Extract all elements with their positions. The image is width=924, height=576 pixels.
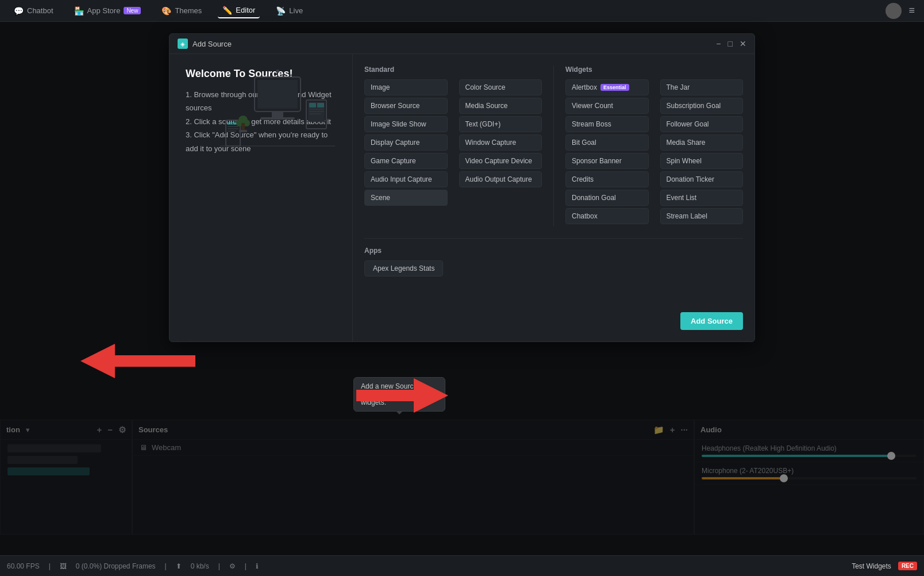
themes-icon: 🎨 <box>161 6 171 16</box>
svg-rect-15 <box>309 111 324 112</box>
maximize-button[interactable]: □ <box>728 39 733 48</box>
nav-right: ≡ <box>886 3 915 19</box>
source-credits[interactable]: Credits <box>565 171 649 187</box>
separator-4: | <box>245 562 247 570</box>
appstore-icon: 🏪 <box>74 6 84 16</box>
source-sponsor-banner[interactable]: Sponsor Banner <box>565 153 649 169</box>
nav-themes[interactable]: 🎨 Themes <box>157 4 206 18</box>
alertbox-row: Alertbox Essential <box>572 83 642 91</box>
source-media[interactable]: Media Source <box>459 98 542 114</box>
source-subscription-goal[interactable]: Subscription Goal <box>660 98 744 114</box>
status-right: Test Widgets REC <box>852 562 917 570</box>
svg-rect-1 <box>257 80 298 109</box>
source-alertbox[interactable]: Alertbox Essential <box>565 79 649 95</box>
source-audio-output[interactable]: Audio Output Capture <box>459 171 542 187</box>
source-spin-wheel[interactable]: Spin Wheel <box>660 153 744 169</box>
source-follower-goal[interactable]: Follower Goal <box>660 116 744 132</box>
welcome-illustration <box>220 66 335 158</box>
info-icon[interactable]: ℹ <box>256 562 259 570</box>
separator-1: | <box>49 562 51 570</box>
minimize-button[interactable]: − <box>716 39 721 48</box>
source-slideshow[interactable]: Image Slide Show <box>364 116 448 132</box>
svg-rect-8 <box>228 128 238 129</box>
source-viewer-count[interactable]: Viewer Count <box>565 98 649 114</box>
svg-rect-3 <box>272 112 283 117</box>
source-window[interactable]: Window Capture <box>459 135 542 151</box>
live-icon: 📡 <box>276 6 286 16</box>
modal-icon-glyph: ◈ <box>180 41 185 47</box>
source-donation-ticker[interactable]: Donation Ticker <box>660 171 744 187</box>
source-event-list[interactable]: Event List <box>660 190 744 206</box>
svg-rect-14 <box>309 109 324 110</box>
source-scene[interactable]: Scene <box>364 190 448 206</box>
source-apex-legends[interactable]: Apex Legends Stats <box>364 260 443 277</box>
sources-columns: Standard Image Browser Source Image Slid… <box>364 66 743 226</box>
separator-3: | <box>218 562 220 570</box>
rec-badge: REC <box>898 562 917 570</box>
chatbot-icon: 💬 <box>14 6 24 16</box>
standard-title: Standard <box>364 66 448 74</box>
source-color[interactable]: Color Source <box>459 79 542 95</box>
apps-divider <box>364 238 743 239</box>
svg-rect-16 <box>309 113 321 114</box>
nav-live-label: Live <box>289 6 303 15</box>
source-stream-label[interactable]: Stream Label <box>660 208 744 224</box>
source-image[interactable]: Image <box>364 79 448 95</box>
apps-title: Apps <box>364 247 743 255</box>
svg-rect-13 <box>317 103 324 107</box>
modal-title-icon: ◈ <box>178 39 188 49</box>
source-bit-goal[interactable]: Bit Goal <box>565 135 649 151</box>
add-source-button[interactable]: Add Source <box>680 312 743 330</box>
frame-icon: 🖼 <box>60 562 67 570</box>
bandwidth-display: 0 kb/s <box>191 562 209 570</box>
source-browser[interactable]: Browser Source <box>364 98 448 114</box>
tooltip-bubble: Add a new Source to your Scene. Includes… <box>353 377 445 412</box>
nav-editor[interactable]: ✏️ Editor <box>218 3 260 18</box>
widgets-col1: Widgets Alertbox Essential Viewer Count … <box>565 66 649 226</box>
svg-point-2 <box>276 70 279 73</box>
svg-rect-4 <box>260 117 295 120</box>
top-nav: 💬 Chatbot 🏪 App Store New 🎨 Themes ✏️ Ed… <box>0 0 924 22</box>
svg-rect-21 <box>241 123 245 130</box>
source-the-jar[interactable]: The Jar <box>660 79 744 95</box>
close-button[interactable]: ✕ <box>740 39 746 48</box>
standard-col2: . Color Source Media Source Text (GDI+) … <box>459 66 542 226</box>
nav-editor-label: Editor <box>236 6 255 14</box>
source-media-share[interactable]: Media Share <box>660 135 744 151</box>
tooltip-text: Add a new Source to your Scene. Includes… <box>361 382 425 406</box>
test-widgets-button[interactable]: Test Widgets <box>852 562 891 570</box>
source-game[interactable]: Game Capture <box>364 153 448 169</box>
source-display[interactable]: Display Capture <box>364 135 448 151</box>
source-chatbox[interactable]: Chatbox <box>565 208 649 224</box>
source-stream-boss[interactable]: Stream Boss <box>565 116 649 132</box>
source-text[interactable]: Text (GDI+) <box>459 116 542 132</box>
modal-body: Welcome To Sources! 1. Browse through ou… <box>170 54 754 341</box>
apps-list: Apex Legends Stats <box>364 260 743 279</box>
status-bar: 60.00 FPS | 🖼 0 (0.0%) Dropped Frames | … <box>0 555 924 576</box>
nav-chatbot-label: Chatbot <box>27 6 53 15</box>
settings-icon[interactable]: ⚙ <box>229 562 236 570</box>
menu-bars-icon[interactable]: ≡ <box>908 5 915 17</box>
dropped-frames: 0 (0.0%) Dropped Frames <box>76 562 156 570</box>
nav-chatbot[interactable]: 💬 Chatbot <box>9 4 58 18</box>
essential-badge: Essential <box>600 84 629 91</box>
nav-live[interactable]: 📡 Live <box>271 4 307 18</box>
modal-title: Add Source <box>192 40 232 48</box>
nav-themes-label: Themes <box>175 6 202 15</box>
standard-col: Standard Image Browser Source Image Slid… <box>364 66 448 226</box>
editor-icon: ✏️ <box>222 6 232 15</box>
separator-2: | <box>165 562 167 570</box>
source-video-capture[interactable]: Video Capture Device <box>459 153 542 169</box>
main-area: tion ▼ + − ⚙ Sources 📁 + <box>0 22 924 555</box>
upload-icon: ⬆ <box>176 562 182 570</box>
svg-rect-22 <box>239 130 247 132</box>
user-avatar[interactable] <box>886 3 902 19</box>
svg-rect-7 <box>228 126 238 127</box>
source-donation-goal[interactable]: Donation Goal <box>565 190 649 206</box>
alertbox-label: Alertbox <box>572 83 597 91</box>
widgets-title: Widgets <box>565 66 649 74</box>
widgets-col2: . The Jar Subscription Goal Follower Goa… <box>660 66 744 226</box>
source-audio-input[interactable]: Audio Input Capture <box>364 171 448 187</box>
fps-display: 60.00 FPS <box>7 562 40 570</box>
nav-appstore[interactable]: 🏪 App Store New <box>70 4 146 18</box>
